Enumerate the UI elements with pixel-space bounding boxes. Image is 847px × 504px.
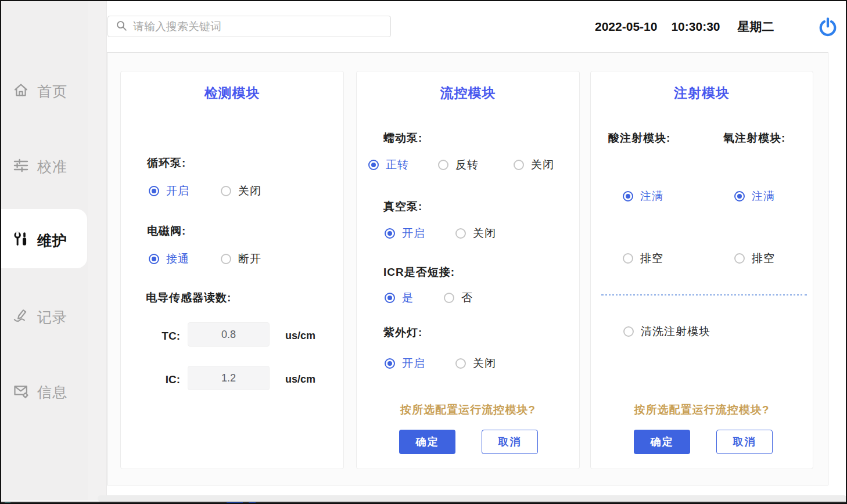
weekday-text: 星期二 xyxy=(737,19,774,35)
confirm-prompt: 按所选配置运行流控模块? xyxy=(591,402,813,417)
confirm-prompt: 按所选配置运行流控模块? xyxy=(357,402,579,417)
field-label-solenoid-valve: 电磁阀: xyxy=(147,224,186,239)
tc-value-field[interactable]: 0.8 xyxy=(188,322,270,347)
field-label-vacuum-pump: 真空泵: xyxy=(383,199,422,214)
dotted-divider xyxy=(601,294,807,296)
radio-acid-fill[interactable]: 注满 xyxy=(623,190,663,203)
sidebar-divider xyxy=(88,1,107,501)
radio-icr-yes[interactable]: 是 xyxy=(385,291,414,304)
injection-cancel-button[interactable]: 取消 xyxy=(716,430,773,454)
radio-oxidizer-empty[interactable]: 排空 xyxy=(734,252,775,265)
ic-label: IC: xyxy=(151,373,180,386)
radio-icon[interactable] xyxy=(444,293,454,303)
radio-peristaltic-off[interactable]: 关闭 xyxy=(514,159,554,171)
radio-icon[interactable] xyxy=(623,191,633,201)
field-label-circulation-pump: 循环泵: xyxy=(147,156,186,171)
sidebar-item-label: 校准 xyxy=(37,157,67,177)
field-label-icr-short: ICR是否短接: xyxy=(383,265,455,280)
radio-vacuum-off[interactable]: 关闭 xyxy=(455,227,496,240)
panel-injection: 注射模块 酸注射模块: 氧注射模块: 注满 注满 排空 排空 清洗注射模块 按所… xyxy=(590,71,813,469)
sidebar-item-label: 信息 xyxy=(37,383,67,402)
radio-icon[interactable] xyxy=(623,326,634,337)
sidebar-item-home[interactable]: 首页 xyxy=(1,78,88,104)
radio-icon[interactable] xyxy=(385,228,395,239)
sensor-readings-label: 电导传感器读数: xyxy=(146,290,231,305)
radio-icon[interactable] xyxy=(149,186,159,196)
radio-icon[interactable] xyxy=(438,160,448,170)
radio-circulation-off[interactable]: 关闭 xyxy=(221,185,261,197)
sidebar-item-calibration[interactable]: 校准 xyxy=(1,154,88,179)
sliders-icon xyxy=(13,157,29,176)
taskbar-strip xyxy=(1,502,847,504)
sidebar-item-records[interactable]: 记录 xyxy=(1,304,88,330)
sidebar-item-label: 首页 xyxy=(37,82,67,101)
radio-peristaltic-reverse[interactable]: 反转 xyxy=(438,159,479,171)
mail-gear-icon xyxy=(13,383,29,401)
sidebar-item-maintenance[interactable]: 维护 xyxy=(1,228,88,253)
injection-confirm-button[interactable]: 确定 xyxy=(634,430,690,454)
panel-title: 检测模块 xyxy=(121,84,343,102)
tc-label: TC: xyxy=(151,330,180,343)
radio-icon[interactable] xyxy=(221,186,231,196)
radio-icon[interactable] xyxy=(385,293,395,303)
sidebar-item-info[interactable]: 信息 xyxy=(1,379,88,405)
flow-confirm-button[interactable]: 确定 xyxy=(399,430,455,454)
search-icon xyxy=(115,19,128,34)
radio-icon[interactable] xyxy=(455,228,466,239)
radio-peristaltic-forward[interactable]: 正转 xyxy=(368,159,409,171)
time-text: 10:30:30 xyxy=(671,20,720,34)
radio-icon[interactable] xyxy=(734,253,745,264)
radio-icr-no[interactable]: 否 xyxy=(444,291,473,304)
maintenance-screen: 首页 校准 维护 xyxy=(0,0,847,504)
sidebar-item-label: 记录 xyxy=(37,308,67,327)
radio-icon[interactable] xyxy=(368,160,379,170)
radio-icon[interactable] xyxy=(734,191,745,201)
radio-circulation-on[interactable]: 开启 xyxy=(149,185,189,197)
oxidizer-injection-header: 氧注射模块: xyxy=(723,131,785,146)
radio-icon[interactable] xyxy=(455,358,466,369)
radio-oxidizer-fill[interactable]: 注满 xyxy=(734,190,775,203)
panel-flow-control: 流控模块 蠕动泵: 正转 反转 关闭 真空泵: 开启 关闭 ICR是否短接: 是 xyxy=(356,71,580,469)
panel-detection: 检测模块 循环泵: 开启 关闭 电磁阀: 接通 断开 电导传感器读数: TC: … xyxy=(120,71,344,469)
radio-icon[interactable] xyxy=(221,254,231,264)
search-placeholder: 请输入搜索关键词 xyxy=(133,19,221,34)
radio-solenoid-connect[interactable]: 接通 xyxy=(149,253,189,265)
power-button[interactable] xyxy=(817,16,839,38)
ic-value-field[interactable]: 1.2 xyxy=(188,366,270,390)
radio-icon[interactable] xyxy=(385,358,395,369)
ic-unit: us/cm xyxy=(285,373,315,386)
radio-clean-injection-module[interactable]: 清洗注射模块 xyxy=(623,325,710,338)
panel-title: 注射模块 xyxy=(591,84,813,102)
tools-icon xyxy=(13,231,29,250)
radio-icon[interactable] xyxy=(514,160,524,170)
acid-injection-header: 酸注射模块: xyxy=(608,131,670,146)
radio-acid-empty[interactable]: 排空 xyxy=(623,252,663,265)
home-icon xyxy=(13,82,29,100)
sidebar-item-label: 维护 xyxy=(37,231,67,250)
field-label-peristaltic-pump: 蠕动泵: xyxy=(383,131,422,146)
field-label-uv-lamp: 紫外灯: xyxy=(383,325,422,340)
radio-icon[interactable] xyxy=(623,253,633,264)
tc-unit: us/cm xyxy=(285,330,315,342)
radio-uv-off[interactable]: 关闭 xyxy=(455,357,496,370)
panel-title: 流控模块 xyxy=(357,84,579,102)
date-text: 2022-05-10 xyxy=(595,20,657,34)
flow-cancel-button[interactable]: 取消 xyxy=(482,430,538,454)
horizontal-scrollbar[interactable] xyxy=(98,495,847,502)
search-input[interactable]: 请输入搜索关键词 xyxy=(107,16,391,37)
radio-vacuum-on[interactable]: 开启 xyxy=(385,227,425,240)
clock: 2022-05-10 10:30:30 星期二 xyxy=(595,19,792,35)
pen-icon xyxy=(13,308,29,326)
radio-uv-on[interactable]: 开启 xyxy=(385,357,425,370)
radio-icon[interactable] xyxy=(149,254,159,264)
radio-solenoid-disconnect[interactable]: 断开 xyxy=(221,253,261,265)
